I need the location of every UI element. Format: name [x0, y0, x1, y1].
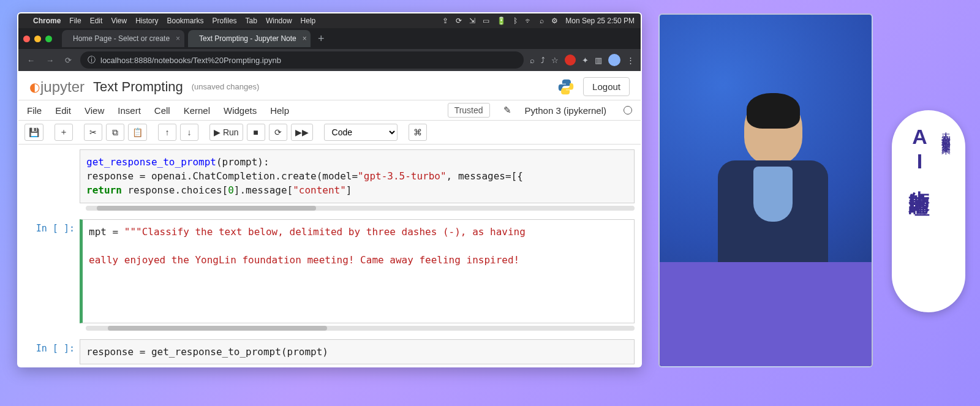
mac-menu[interactable]: View [111, 17, 127, 25]
jupyter-brand-text: jupyter [40, 78, 85, 96]
kernel-name[interactable]: Python 3 (ipykernel) [525, 105, 606, 116]
sync-icon[interactable]: ⟳ [456, 17, 462, 25]
search-icon[interactable]: ⌕ [540, 17, 544, 25]
move-down-button[interactable]: ↓ [180, 124, 198, 141]
command-palette-button[interactable]: ⌘ [409, 124, 427, 141]
menu-cell[interactable]: Cell [154, 105, 170, 116]
cell-input[interactable]: get_response_to_prompt(prompt): response… [80, 149, 635, 203]
menu-widgets[interactable]: Widgets [224, 105, 257, 116]
jupyter-logo[interactable]: ◐ jupyter [29, 78, 85, 96]
tab-home[interactable]: Home Page - Select or create × [62, 30, 184, 47]
chrome-tab-strip: Home Page - Select or create × Text Prom… [18, 28, 641, 49]
jupyter-menubar: File Edit View Insert Cell Kernel Widget… [18, 100, 641, 121]
badge-subtitle: 人工智慧如何形塑人類未來 [940, 125, 952, 179]
mac-menu[interactable]: File [69, 17, 81, 25]
tab-close-icon[interactable]: × [303, 34, 307, 43]
site-info-icon[interactable]: ⓘ [88, 55, 96, 66]
cell-type-select[interactable]: Code [324, 124, 398, 141]
tray-icon[interactable]: ⇲ [469, 17, 475, 25]
tab-notebook[interactable]: Text Prompting - Jupyter Note × [188, 30, 311, 47]
add-cell-button[interactable]: ＋ [55, 124, 73, 141]
mac-menubar: Chrome File Edit View History Bookmarks … [18, 13, 641, 28]
mac-menu[interactable]: Window [266, 17, 292, 25]
event-title-badge: AI大師論壇 人工智慧如何形塑人類未來 [892, 110, 965, 312]
mac-menu[interactable]: Edit [90, 17, 103, 25]
screen-share-panel: Chrome File Edit View History Bookmarks … [17, 12, 642, 367]
cut-button[interactable]: ✂ [84, 124, 102, 141]
cell-prompt [24, 149, 80, 203]
panel-icon[interactable]: ▥ [595, 56, 602, 65]
save-button[interactable]: 💾 [24, 124, 43, 141]
forward-icon[interactable]: → [43, 56, 56, 65]
menu-file[interactable]: File [27, 105, 42, 116]
restart-button[interactable]: ⟳ [269, 124, 287, 141]
mac-clock: Mon Sep 25 2:50 PM [565, 17, 635, 25]
wifi-icon[interactable]: ᯤ [525, 17, 532, 25]
menu-icon[interactable]: ⋮ [627, 56, 635, 65]
extension-icon[interactable] [565, 55, 576, 66]
edit-icon[interactable]: ✎ [503, 105, 511, 116]
badge-title: AI大師論壇 [906, 125, 934, 179]
search-icon[interactable]: ⌕ [530, 56, 535, 65]
address-bar[interactable]: ⓘ localhost:8888/notebooks/Text%20Prompt… [80, 51, 524, 69]
back-icon[interactable]: ← [24, 56, 37, 65]
profile-avatar-icon[interactable] [608, 54, 620, 66]
speaker-figure [715, 97, 831, 280]
battery-icon[interactable]: 🔋 [497, 17, 506, 25]
share-icon[interactable]: ⤴ [541, 56, 545, 65]
cell-prompt: In [ ]: [24, 219, 80, 323]
mac-app[interactable]: Chrome [33, 17, 61, 25]
code-cell[interactable]: In [ ]: response = get_response_to_promp… [24, 339, 635, 364]
restart-run-all-button[interactable]: ▶▶ [291, 124, 313, 141]
zoom-icon[interactable] [45, 36, 52, 42]
run-button[interactable]: ▶ Run [209, 124, 243, 141]
reload-icon[interactable]: ⟳ [62, 56, 74, 65]
code-cell[interactable]: In [ ]: mpt = """Classify the text below… [24, 219, 635, 323]
close-icon[interactable] [23, 36, 30, 42]
cell-input[interactable]: mpt = """Classify the text below, delimi… [80, 219, 635, 323]
new-tab-button[interactable]: + [314, 32, 328, 45]
kernel-indicator-icon [624, 106, 632, 115]
copy-button[interactable]: ⧉ [106, 124, 124, 141]
logout-button[interactable]: Logout [583, 77, 630, 96]
menu-edit[interactable]: Edit [55, 105, 71, 116]
jupyter-toolbar: 💾 ＋ ✂ ⧉ 📋 ↑ ↓ ▶ Run ■ ⟳ ▶▶ Code [18, 121, 641, 145]
mac-menu[interactable]: History [135, 17, 158, 25]
minimize-icon[interactable] [34, 36, 41, 42]
python-logo-icon [557, 78, 575, 96]
tab-label: Text Prompting - Jupyter Note [199, 34, 296, 43]
window-controls[interactable] [23, 36, 52, 42]
h-scrollbar[interactable] [86, 326, 635, 331]
menu-help[interactable]: Help [270, 105, 289, 116]
control-center-icon[interactable]: ⚙ [551, 17, 558, 25]
mac-menu[interactable]: Help [301, 17, 316, 25]
tab-label: Home Page - Select or create [73, 34, 170, 43]
notebook-body[interactable]: get_response_to_prompt(prompt): response… [18, 145, 641, 366]
extensions-icon[interactable]: ✦ [582, 56, 589, 65]
mac-menu[interactable]: Profiles [213, 17, 237, 25]
menu-view[interactable]: View [85, 105, 104, 116]
interrupt-button[interactable]: ■ [247, 124, 265, 141]
url-text: localhost:8888/notebooks/Text%20Promptin… [100, 56, 281, 65]
mac-menu[interactable]: Bookmarks [167, 17, 204, 25]
menu-kernel[interactable]: Kernel [184, 105, 210, 116]
tab-close-icon[interactable]: × [176, 34, 180, 43]
notebook-title[interactable]: Text Prompting [93, 79, 183, 95]
h-scrollbar[interactable] [86, 206, 635, 211]
save-status: (unsaved changes) [192, 82, 260, 91]
dropbox-icon[interactable]: ⇪ [442, 17, 448, 25]
paste-button[interactable]: 📋 [128, 124, 147, 141]
chrome-toolbar: ← → ⟳ ⓘ localhost:8888/notebooks/Text%20… [18, 49, 641, 71]
code-cell[interactable]: get_response_to_prompt(prompt): response… [24, 149, 635, 203]
trusted-badge[interactable]: Trusted [448, 103, 490, 118]
screen-icon[interactable]: ▭ [483, 17, 489, 25]
cell-input[interactable]: response = get_response_to_prompt(prompt… [80, 339, 635, 364]
jupyter-orb-icon: ◐ [29, 80, 38, 94]
speaker-camera-panel [658, 13, 873, 367]
mac-menu[interactable]: Tab [246, 17, 257, 25]
move-up-button[interactable]: ↑ [158, 124, 176, 141]
bookmark-icon[interactable]: ☆ [551, 56, 559, 65]
podium [660, 262, 872, 366]
bt-icon[interactable]: ᛒ [513, 17, 518, 25]
menu-insert[interactable]: Insert [118, 105, 141, 116]
